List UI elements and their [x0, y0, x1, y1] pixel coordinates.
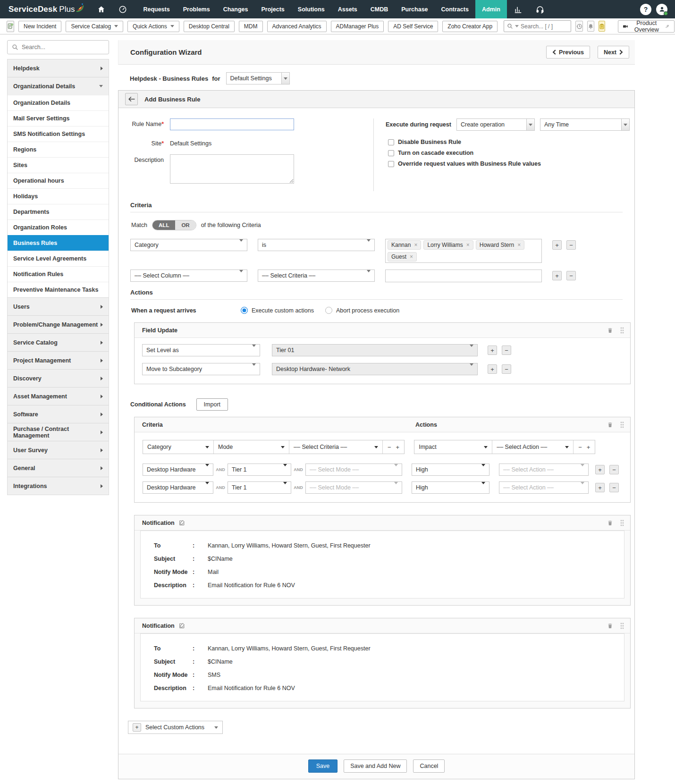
remove-criteria-button[interactable]: −	[566, 240, 576, 250]
nav-item-changes[interactable]: Changes	[217, 0, 255, 18]
disable-business-rule-checkbox[interactable]	[388, 139, 394, 145]
nav-item-projects[interactable]: Projects	[254, 0, 291, 18]
override-values-checkbox[interactable]	[388, 161, 394, 167]
sidebar-item-mail-server-settings[interactable]: Mail Server Settings	[8, 110, 109, 126]
product-overview-button[interactable]: Product Overview	[618, 20, 675, 33]
nav-item-assets[interactable]: Assets	[331, 0, 364, 18]
remove-criteria-button[interactable]: −	[566, 271, 576, 280]
sidebar-item-sites[interactable]: Sites	[8, 157, 109, 173]
field-value-select[interactable]: Desktop Hardware- Network	[272, 363, 478, 375]
search-scope-caret-icon[interactable]	[515, 25, 519, 27]
match-toggle[interactable]: ALL OR	[152, 220, 196, 230]
sidebar-item-preventive-maintenance-tasks[interactable]: Preventive Maintenance Tasks	[8, 282, 109, 297]
match-or-segment[interactable]: OR	[175, 220, 195, 230]
sidebar-item-discovery[interactable]: Discovery	[8, 369, 109, 387]
cond-mode-select[interactable]: Mode	[214, 440, 289, 454]
time-select[interactable]: Any Time	[540, 118, 630, 131]
sidebar-item-notification-rules[interactable]: Notification Rules	[8, 266, 109, 282]
sidebar-item-departments[interactable]: Departments	[8, 204, 109, 219]
save-and-add-new-button[interactable]: Save and Add New	[344, 759, 407, 773]
cond-select-criteria-select[interactable]: –– Select Criteria ––	[289, 440, 383, 454]
sidebar-item-users[interactable]: Users	[8, 297, 109, 315]
cond-impact-value-select[interactable]: High	[412, 481, 489, 494]
nav-item-contracts[interactable]: Contracts	[435, 0, 475, 18]
drag-handle-icon[interactable]	[620, 623, 624, 629]
field-value-select[interactable]: Tier 01	[272, 344, 478, 356]
drag-handle-icon[interactable]	[620, 422, 624, 428]
cond-value-select[interactable]: Tier 1	[228, 464, 291, 476]
cond-impact-select[interactable]: Impact	[414, 440, 492, 454]
cond-impact-value-select[interactable]: High	[412, 464, 489, 476]
sidebar-item-holidays[interactable]: Holidays	[8, 188, 109, 204]
nav-item-cmdb[interactable]: CMDB	[364, 0, 395, 18]
drag-handle-icon[interactable]	[620, 327, 624, 334]
user-avatar[interactable]	[656, 4, 667, 15]
nav-item-problems[interactable]: Problems	[177, 0, 217, 18]
sidebar-item-project-management[interactable]: Project Management	[8, 351, 109, 369]
cond-category-select[interactable]: Category	[143, 440, 214, 454]
sidebar-item-service-catalog[interactable]: Service Catalog	[8, 333, 109, 351]
cond-value-select[interactable]: Desktop Hardware	[143, 464, 213, 476]
delete-icon[interactable]	[607, 327, 613, 334]
field-select[interactable]: Set Level as	[142, 344, 260, 356]
dashboard-gauge-icon[interactable]	[112, 0, 134, 18]
desktop-central-button[interactable]: Desktop Central	[184, 21, 235, 32]
execute-custom-actions-option[interactable]: Execute custom actions	[241, 307, 314, 314]
ad-self-service-button[interactable]: AD Self Service	[388, 21, 438, 32]
sidebar-item-software[interactable]: Software	[8, 405, 109, 423]
remove-tag-icon[interactable]: ×	[466, 242, 470, 248]
tasks-clipboard-icon[interactable]	[599, 21, 605, 32]
field-select[interactable]: Move to Subcategory	[142, 363, 260, 375]
admanager-plus-button[interactable]: ADManager Plus	[331, 21, 384, 32]
rule-name-input[interactable]	[170, 118, 294, 130]
sidebar-search[interactable]	[7, 40, 109, 54]
cond-mode-select-disabled[interactable]: –– Select Mode ––	[305, 464, 402, 476]
previous-button[interactable]: Previous	[546, 46, 590, 59]
delete-icon[interactable]	[607, 623, 613, 629]
cond-action-select-disabled[interactable]: –– Select Action ––	[499, 481, 589, 494]
app-logo[interactable]: ServiceDesk Plus	[0, 0, 91, 18]
description-textarea[interactable]	[170, 154, 294, 184]
notifications-bell-icon[interactable]	[587, 21, 594, 32]
criteria-values-box[interactable]: Kannan× Lorry Williams× Howard Stern× Gu…	[385, 239, 542, 263]
nav-item-admin[interactable]: Admin	[475, 0, 507, 18]
sidebar-item-organization-roles[interactable]: Organization Roles	[8, 219, 109, 235]
drag-handle-icon[interactable]	[620, 520, 624, 526]
add-action-button[interactable]: +	[587, 444, 591, 451]
add-criteria-button[interactable]: +	[552, 240, 562, 250]
sidebar-item-general[interactable]: General	[8, 459, 109, 477]
nav-item-purchase[interactable]: Purchase	[395, 0, 434, 18]
remove-field-button[interactable]: −	[502, 346, 511, 355]
help-icon[interactable]: ?	[640, 4, 651, 15]
cond-value-select[interactable]: Desktop Hardware	[143, 481, 213, 494]
sidebar-item-problem-change-management[interactable]: Problem/Change Management	[8, 315, 109, 333]
operation-select[interactable]: Create operation	[456, 118, 535, 131]
recent-items-icon[interactable]	[575, 21, 583, 32]
sidebar-item-integrations[interactable]: Integrations	[8, 477, 109, 495]
cond-select-action-select[interactable]: –– Select Action ––	[492, 440, 574, 454]
sidebar-item-sms-notification-settings[interactable]: SMS Notification Settings	[8, 126, 109, 142]
back-button[interactable]	[125, 93, 138, 105]
next-button[interactable]: Next	[598, 46, 629, 59]
cond-action-select-disabled[interactable]: –– Select Action ––	[499, 464, 589, 476]
add-row-button[interactable]: +	[595, 465, 605, 474]
sidebar-item-purchase-contract-management[interactable]: Purchase / Contract Management	[8, 423, 109, 441]
zoho-creator-app-button[interactable]: Zoho Creator App	[442, 21, 498, 32]
remove-column-button[interactable]: −	[388, 444, 391, 451]
import-button[interactable]: Import	[196, 398, 228, 411]
sidebar-item-helpdesk[interactable]: Helpdesk	[8, 59, 109, 77]
sidebar-item-business-rules[interactable]: Business Rules	[8, 235, 109, 251]
sidebar-item-organizational-details[interactable]: Organizational Details	[8, 77, 109, 95]
sidebar-item-regions[interactable]: Regions	[8, 142, 109, 157]
criteria-column-select[interactable]: Category	[130, 239, 247, 251]
reports-chart-icon[interactable]	[507, 0, 529, 18]
add-row-button[interactable]: +	[595, 483, 605, 492]
site-select[interactable]: Default Settings	[226, 72, 290, 84]
headset-icon[interactable]	[529, 0, 551, 18]
sidebar-item-operational-hours[interactable]: Operational hours	[8, 173, 109, 188]
mdm-button[interactable]: MDM	[239, 21, 263, 32]
sidebar-item-organization-details[interactable]: Organization Details	[8, 95, 109, 110]
new-template-icon[interactable]	[7, 21, 14, 32]
cond-mode-select-disabled[interactable]: –– Select Mode ––	[305, 481, 402, 494]
criteria-operator-select[interactable]: –– Select Criteria ––	[258, 270, 375, 282]
